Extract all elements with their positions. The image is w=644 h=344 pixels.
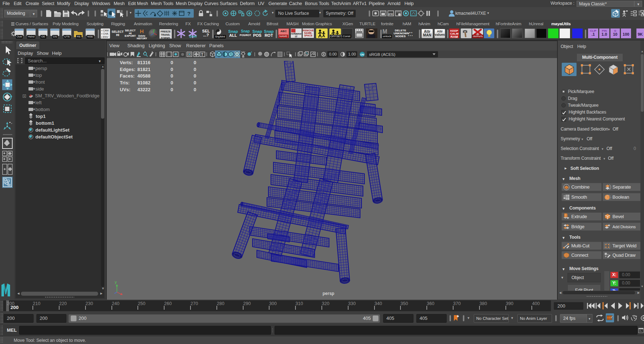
svg-text:y: y — [115, 280, 117, 284]
svg-text:1.00: 1.00 — [348, 52, 356, 56]
svg-text:IPR: IPR — [388, 13, 393, 16]
svg-text:y: y — [154, 28, 155, 31]
svg-text:?: ? — [187, 10, 190, 17]
svg-text:T: T — [201, 52, 203, 57]
svg-text:0.00: 0.00 — [329, 52, 337, 56]
svg-text:sRGB (ACES): sRGB (ACES) — [369, 52, 395, 57]
svg-text:ON: ON — [360, 53, 364, 56]
